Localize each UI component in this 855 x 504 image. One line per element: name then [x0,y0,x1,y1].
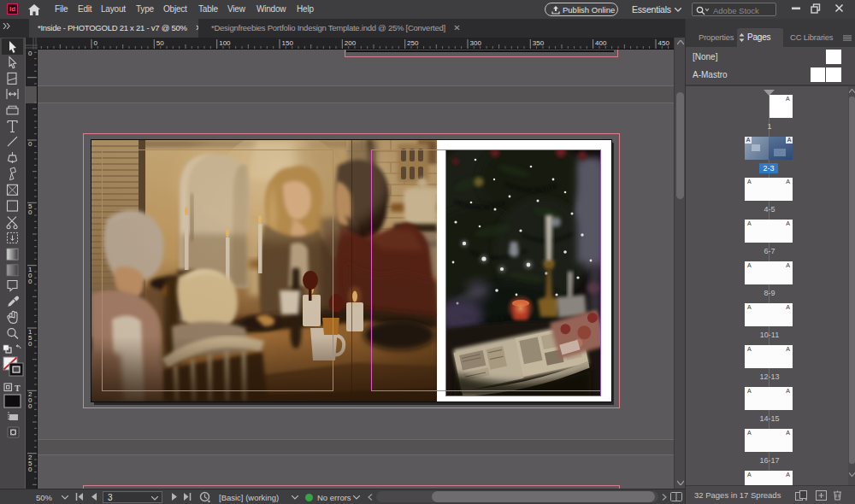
svg-text:200: 200 [345,39,357,47]
svg-text:0: 0 [28,340,32,348]
svg-text:300: 300 [470,39,482,47]
svg-text:100: 100 [219,39,231,47]
svg-text:0: 0 [28,50,32,57]
svg-text:0: 0 [28,466,32,473]
svg-text:350: 350 [533,39,545,47]
svg-text:150: 150 [282,39,294,47]
svg-text:450: 450 [658,39,670,47]
svg-text:0: 0 [28,402,32,410]
svg-text:250: 250 [407,39,419,47]
svg-text:0: 0 [28,278,32,285]
svg-text:T: T [15,384,21,393]
svg-text:400: 400 [595,39,607,47]
svg-text:0: 0 [94,39,98,47]
svg-text:0: 0 [28,140,32,148]
svg-text:0: 0 [28,208,32,216]
svg-text:50: 50 [156,39,164,47]
